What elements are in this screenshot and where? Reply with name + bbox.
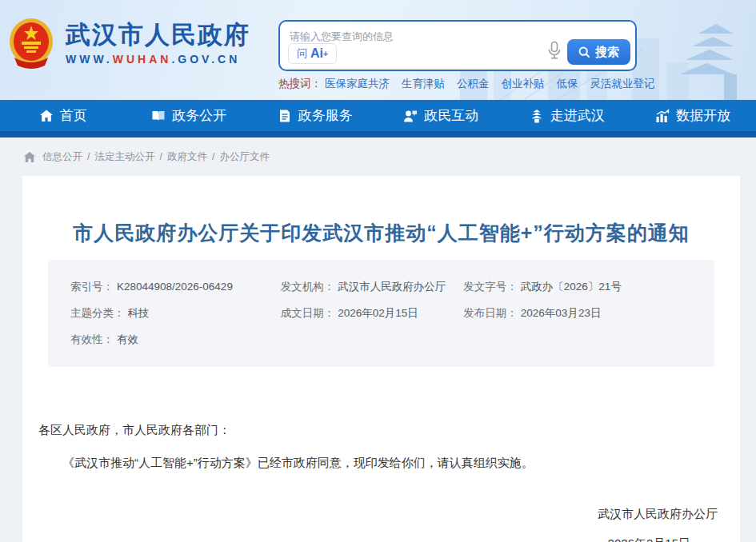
nav-item-label: 政务服务	[298, 106, 353, 125]
breadcrumb-link[interactable]: 政府文件	[167, 150, 207, 164]
meta-value: 武政办〔2026〕21号	[521, 281, 622, 293]
page: 武汉市人民政府 WWW.WUHAN.GOV.CN 问 Ai +	[0, 0, 756, 542]
home-icon	[39, 109, 54, 123]
ask-ai-sup: +	[323, 50, 328, 58]
nav-item-label: 政务公开	[172, 106, 226, 125]
nav-item-home[interactable]: 首页	[0, 100, 126, 131]
site-logo[interactable]: 武汉市人民政府 WWW.WUHAN.GOV.CN	[8, 18, 250, 69]
hot-word-link[interactable]: 创业补贴	[502, 78, 545, 90]
document-title: 市人民政府办公厅关于印发武汉市推动“人工智能+”行动方案的通知	[70, 216, 694, 250]
nav-item-label: 首页	[60, 106, 87, 125]
ask-ai-prefix: 问	[297, 46, 307, 61]
meta-value: 有效	[117, 333, 138, 345]
breadcrumb-separator: /	[212, 151, 214, 162]
meta-label: 发文字号：	[463, 281, 518, 293]
site-header: 武汉市人民政府 WWW.WUHAN.GOV.CN 问 Ai +	[0, 0, 756, 100]
breadcrumb-separator: /	[87, 151, 90, 162]
home-icon	[24, 152, 35, 162]
body-paragraph: 《武汉市推动“人工智能+”行动方案》已经市政府同意，现印发给你们，请认真组织实施…	[38, 452, 724, 473]
pagoda-icon	[530, 109, 544, 123]
nav-bottom-stripe	[0, 131, 756, 137]
site-url-www: WWW.	[66, 53, 113, 66]
meta-label: 有效性：	[70, 333, 114, 345]
document-icon	[278, 109, 292, 123]
hot-word-link[interactable]: 生育津贴	[402, 78, 445, 90]
meta-validity: 有效性：有效	[70, 333, 281, 347]
nav-item-interaction[interactable]: 政民互动	[378, 100, 505, 131]
meta-value: K28044908/2026-06429	[117, 281, 233, 293]
search-box: 问 Ai + 搜索	[278, 20, 637, 71]
nav-item-gov-disclosure[interactable]: 政务公开	[126, 100, 253, 131]
national-emblem-icon	[8, 18, 54, 69]
meta-value: 武汉市人民政府办公厅	[338, 281, 446, 293]
salutation: 各区人民政府，市人民政府各部门：	[38, 420, 724, 440]
site-title-group: 武汉市人民政府 WWW.WUHAN.GOV.CN	[66, 21, 250, 66]
hot-word-link[interactable]: 医保家庭共济	[325, 78, 390, 90]
hot-word-link[interactable]: 灵活就业登记	[590, 78, 655, 90]
meta-label: 发文机构：	[281, 281, 335, 293]
search-icon	[578, 46, 590, 58]
signature-agency: 武汉市人民政府办公厅	[22, 507, 740, 522]
site-url-domain: WUHAN	[113, 53, 172, 66]
document-body: 各区人民政府，市人民政府各部门： 《武汉市推动“人工智能+”行动方案》已经市政府…	[22, 420, 740, 473]
signature-block: 武汉市人民政府办公厅 2026年2月15日	[22, 507, 740, 542]
hot-search-words: 热搜词：医保家庭共济生育津贴公积金创业补贴低保灵活就业登记	[278, 77, 667, 91]
ask-ai-button[interactable]: 问 Ai +	[288, 43, 337, 64]
meta-written-date: 成文日期：2026年02月15日	[281, 306, 464, 321]
nav-item-label: 数据开放	[676, 106, 730, 125]
meta-label: 成文日期：	[281, 307, 335, 319]
hot-word-link[interactable]: 低保	[557, 78, 578, 90]
nav-item-label: 走进武汉	[550, 106, 605, 125]
hot-words-label: 热搜词：	[278, 78, 322, 90]
nav-item-gov-service[interactable]: 政务服务	[252, 100, 378, 131]
signature-date: 2026年2月15日	[22, 536, 740, 542]
article-card: 市人民政府办公厅关于印发武汉市推动“人工智能+”行动方案的通知 索引号：K280…	[22, 176, 740, 542]
bar-chart-icon	[655, 109, 670, 123]
meta-label: 主题分类：	[70, 307, 125, 319]
meta-value: 2026年02月15日	[338, 307, 418, 319]
site-name: 武汉市人民政府	[66, 21, 250, 50]
meta-index-number: 索引号：K28044908/2026-06429	[70, 280, 281, 294]
site-url: WWW.WUHAN.GOV.CN	[66, 53, 250, 66]
nav-item-open-data[interactable]: 数据开放	[630, 100, 756, 131]
meta-topic-category: 主题分类：科技	[70, 306, 281, 321]
microphone-icon[interactable]	[547, 41, 562, 60]
meta-label: 索引号：	[70, 281, 114, 293]
nav-item-label: 政民互动	[424, 106, 478, 125]
person-chat-icon	[403, 109, 418, 123]
site-url-suffix: .GOV.CN	[171, 53, 240, 66]
search-button-label: 搜索	[595, 45, 619, 60]
hot-word-link[interactable]: 公积金	[457, 78, 490, 90]
breadcrumb-link[interactable]: 法定主动公开	[94, 150, 154, 164]
nav-item-about-wuhan[interactable]: 走进武汉	[504, 100, 630, 131]
breadcrumb-link[interactable]: 信息公开	[42, 150, 82, 164]
meta-label: 发布日期：	[463, 307, 518, 319]
document-meta-table: 索引号：K28044908/2026-06429 发文机构：武汉市人民政府办公厅…	[48, 260, 714, 367]
meta-value: 科技	[128, 307, 150, 319]
breadcrumb-separator: /	[159, 151, 162, 162]
search-button[interactable]: 搜索	[567, 39, 630, 65]
meta-document-number: 发文字号：武政办〔2026〕21号	[463, 280, 692, 294]
breadcrumb: 信息公开 / 法定主动公开 / 政府文件 / 办公厅文件	[0, 137, 756, 176]
meta-issuing-agency: 发文机构：武汉市人民政府办公厅	[281, 280, 464, 294]
open-book-icon	[151, 109, 166, 123]
main-nav: 首页 政务公开 政务服务	[0, 100, 756, 131]
breadcrumb-link[interactable]: 办公厅文件	[219, 150, 270, 164]
ask-ai-label: Ai	[310, 46, 323, 61]
meta-value: 2026年03月23日	[521, 307, 602, 319]
meta-publish-date: 发布日期：2026年03月23日	[463, 306, 692, 321]
